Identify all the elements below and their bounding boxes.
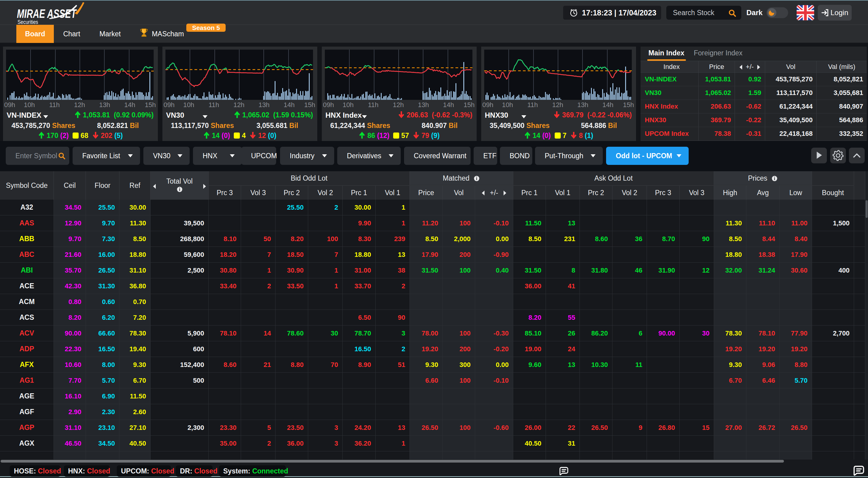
svg-text:Securities: Securities [18,19,38,25]
svg-text:MIRAE ASSET: MIRAE ASSET [17,7,77,20]
